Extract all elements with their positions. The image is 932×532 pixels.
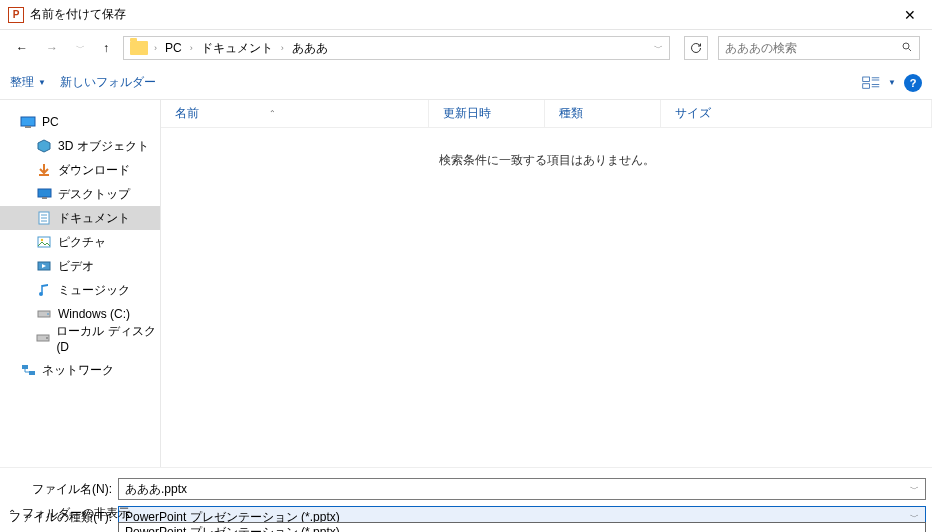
tree-label: ピクチャ <box>58 234 106 251</box>
file-list-pane: 名前⌃ 更新日時 種類 サイズ 検索条件に一致する項目はありません。 <box>161 100 932 467</box>
chevron-up-icon: ⌃ <box>8 508 16 519</box>
crumb-current-folder[interactable]: あああ <box>290 38 330 59</box>
tree-network[interactable]: ネットワーク <box>0 358 160 382</box>
search-box[interactable] <box>718 36 920 60</box>
chevron-down-icon: ▼ <box>38 78 46 87</box>
svg-point-26 <box>46 337 48 339</box>
hide-folders-button[interactable]: ⌃ フォルダーの非表示 <box>8 505 130 522</box>
up-button[interactable]: ↑ <box>99 39 113 57</box>
crumb-documents[interactable]: ドキュメント <box>199 38 275 59</box>
tree-label: ミュージック <box>58 282 130 299</box>
view-options-button[interactable] <box>862 76 880 90</box>
svg-point-22 <box>39 292 43 296</box>
new-folder-button[interactable]: 新しいフォルダー <box>60 74 156 91</box>
svg-point-24 <box>47 313 49 315</box>
music-icon <box>36 282 52 298</box>
svg-marker-10 <box>38 140 50 152</box>
tree-3d-objects[interactable]: 3D オブジェクト <box>0 134 160 158</box>
svg-point-19 <box>41 239 43 241</box>
filename-label: ファイル名(N): <box>0 481 118 498</box>
forward-button[interactable]: → <box>42 39 62 57</box>
search-icon[interactable] <box>901 41 913 56</box>
cube-icon <box>36 138 52 154</box>
folder-icon <box>130 41 148 55</box>
tree-label: Windows (C:) <box>58 307 130 321</box>
back-button[interactable]: ← <box>12 39 32 57</box>
pc-icon <box>20 114 36 130</box>
tree-label: ネットワーク <box>42 362 114 379</box>
drive-icon <box>36 306 52 322</box>
tree-d-drive[interactable]: ローカル ディスク (D <box>0 326 160 350</box>
crumb-pc[interactable]: PC <box>163 39 184 57</box>
view-dropdown[interactable]: ▼ <box>888 78 896 87</box>
column-kind[interactable]: 種類 <box>545 100 661 127</box>
svg-line-1 <box>909 48 912 51</box>
close-button[interactable]: ✕ <box>888 1 932 29</box>
address-dropdown[interactable]: ﹀ <box>654 42 663 55</box>
tree-label: ローカル ディスク (D <box>56 323 160 354</box>
picture-icon <box>36 234 52 250</box>
svg-rect-13 <box>42 197 47 199</box>
svg-rect-8 <box>21 117 35 126</box>
tree-videos[interactable]: ビデオ <box>0 254 160 278</box>
help-button[interactable]: ? <box>904 74 922 92</box>
refresh-button[interactable] <box>684 36 708 60</box>
tree-label: ドキュメント <box>58 210 130 227</box>
chevron-icon[interactable]: › <box>190 43 193 53</box>
svg-rect-18 <box>38 237 50 247</box>
desktop-icon <box>36 186 52 202</box>
search-input[interactable] <box>725 41 895 55</box>
tree-downloads[interactable]: ダウンロード <box>0 158 160 182</box>
column-size[interactable]: サイズ <box>661 100 932 127</box>
tree-desktop[interactable]: デスクトップ <box>0 182 160 206</box>
tree-label: デスクトップ <box>58 186 130 203</box>
network-icon <box>20 362 36 378</box>
filename-history-dropdown[interactable]: ﹀ <box>910 483 919 496</box>
tree-label: 3D オブジェクト <box>58 138 149 155</box>
filetype-option[interactable]: PowerPoint プレゼンテーション (*.pptx) <box>119 523 925 532</box>
tree-label: ダウンロード <box>58 162 130 179</box>
chevron-icon[interactable]: › <box>154 43 157 53</box>
column-name[interactable]: 名前⌃ <box>161 100 429 127</box>
app-icon: P <box>8 7 24 23</box>
svg-point-0 <box>903 43 909 49</box>
column-date[interactable]: 更新日時 <box>429 100 545 127</box>
sort-indicator-icon: ⌃ <box>269 109 276 118</box>
download-icon <box>36 162 52 178</box>
video-icon <box>36 258 52 274</box>
svg-rect-2 <box>863 77 870 82</box>
svg-rect-3 <box>863 83 870 88</box>
tree-label: PC <box>42 115 59 129</box>
empty-message: 検索条件に一致する項目はありません。 <box>161 152 932 169</box>
filetype-dropdown-list: PowerPoint プレゼンテーション (*.pptx) PowerPoint… <box>118 522 926 532</box>
svg-rect-27 <box>22 365 28 369</box>
filename-input[interactable] <box>125 482 910 496</box>
svg-rect-12 <box>38 189 51 197</box>
tree-pc[interactable]: PC <box>0 110 160 134</box>
window-title: 名前を付けて保存 <box>30 6 888 23</box>
chevron-icon[interactable]: › <box>281 43 284 53</box>
address-bar[interactable]: › PC › ドキュメント › あああ ﹀ <box>123 36 670 60</box>
document-icon <box>36 210 52 226</box>
navigation-tree: PC 3D オブジェクト ダウンロード デスクトップ ドキュメント ピクチャ ビ… <box>0 100 161 467</box>
organize-button[interactable]: 整理▼ <box>10 74 46 91</box>
tree-documents[interactable]: ドキュメント <box>0 206 160 230</box>
svg-rect-9 <box>25 126 31 128</box>
tree-label: ビデオ <box>58 258 94 275</box>
recent-dropdown[interactable]: ﹀ <box>72 40 89 57</box>
tree-pictures[interactable]: ピクチャ <box>0 230 160 254</box>
tree-music[interactable]: ミュージック <box>0 278 160 302</box>
drive-icon <box>36 330 50 346</box>
